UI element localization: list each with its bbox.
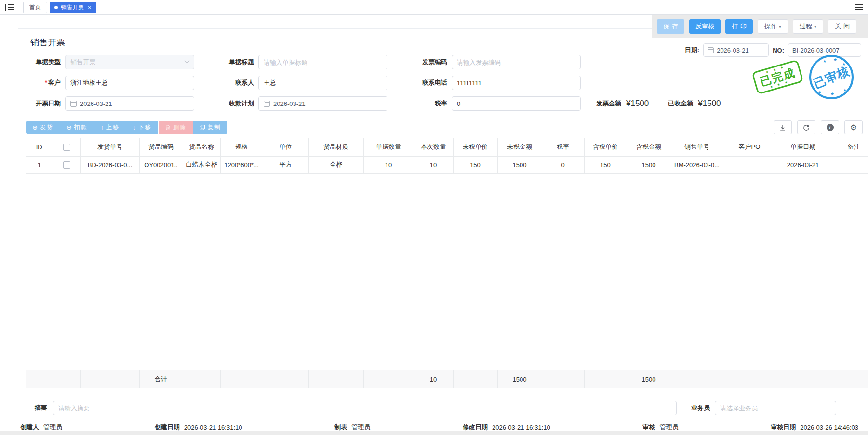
- cell: 0: [542, 156, 584, 173]
- doc-title-input[interactable]: [258, 55, 387, 69]
- summary-row: 摘要 业务员: [20, 401, 836, 415]
- doc-title-label: 单据标题: [209, 58, 254, 66]
- phone-input[interactable]: [452, 76, 581, 90]
- tab-list-menu-icon[interactable]: [855, 4, 863, 11]
- col-header: 客户PO: [723, 138, 776, 156]
- tab-home[interactable]: 首页: [23, 2, 47, 13]
- col-header: 单据日期: [776, 138, 830, 156]
- cell-link[interactable]: OY002001..: [144, 161, 177, 169]
- doc-type-select[interactable]: 销售开票: [65, 55, 194, 69]
- col-header: 货品名称: [183, 138, 220, 156]
- cell: OY002001..: [139, 156, 183, 173]
- invoice-amount-value: ¥1500: [626, 99, 649, 108]
- save-button[interactable]: 保存: [657, 19, 684, 34]
- move-up-button[interactable]: ↑ 上移: [94, 121, 127, 134]
- status-stamps: ★ ★ ★ 已完成 ★ ★ ★ ★ ★ ★ ★ ★ ★ 已审核: [754, 55, 854, 99]
- phone-label: 联系电话: [402, 79, 447, 87]
- cell-link[interactable]: BM-2026-03-0...: [674, 161, 720, 169]
- invoice-date-input[interactable]: [80, 100, 189, 107]
- audit-date-value: 2026-03-26 14:46:03: [800, 424, 858, 431]
- totals-cell: 1500: [627, 370, 671, 388]
- invoice-code-input[interactable]: [452, 55, 581, 69]
- create-date-value: 2026-03-21 16:31:10: [184, 424, 242, 431]
- select-all-checkbox[interactable]: [63, 144, 70, 151]
- tax-rate-input[interactable]: [452, 96, 581, 111]
- stamp-star-icon: ★: [830, 92, 834, 96]
- settings-button[interactable]: ⚙: [844, 120, 863, 134]
- cell: 全桦: [308, 156, 363, 173]
- print-button[interactable]: 打印: [725, 19, 753, 34]
- grid-empty-area: [26, 174, 863, 370]
- payment-plan-input[interactable]: [273, 100, 382, 107]
- invoice-date-field[interactable]: [65, 96, 194, 111]
- create-date-label: 创建日期: [155, 423, 180, 432]
- table-row[interactable]: 1BD-2026-03-0...OY002001..白蜡木全桦1200*600*…: [26, 156, 868, 173]
- cell: 10: [363, 156, 414, 173]
- contact-label: 联系人: [209, 79, 254, 87]
- col-header: 货品编码: [139, 138, 183, 156]
- cell: 150: [584, 156, 627, 173]
- tab-close-icon[interactable]: ×: [88, 4, 92, 11]
- row-checkbox[interactable]: [63, 161, 70, 169]
- refresh-icon: [803, 124, 810, 131]
- auditor-value: 管理员: [660, 423, 679, 432]
- tab-active-label: 销售开票: [61, 3, 84, 12]
- totals-table: 合计1015001500: [26, 370, 868, 388]
- contact-input[interactable]: [258, 76, 387, 90]
- cell: 白蜡木全桦: [183, 156, 220, 173]
- arrow-up-icon: ↑: [101, 124, 104, 131]
- invoice-code-label: 发票编码: [402, 58, 447, 66]
- export-button[interactable]: [774, 120, 792, 134]
- col-header: 本次数量: [414, 138, 453, 156]
- operate-dropdown-button[interactable]: 操作 ▾: [758, 19, 788, 34]
- cell: [53, 156, 80, 173]
- copy-button[interactable]: 复制: [193, 121, 227, 134]
- refresh-button[interactable]: [797, 120, 815, 134]
- ship-button[interactable]: ⊕ 发货: [26, 121, 60, 134]
- grid-toolbar: ⊕ 发货 ⊖ 扣款 ↑ 上移 ↓ 下移 删除: [26, 120, 863, 134]
- totals-cell: [584, 370, 627, 388]
- header-form: 单据类型 销售开票 单据标题 发票编码 *客户 联系人: [18, 55, 868, 111]
- totals-cell: [453, 370, 497, 388]
- customer-input[interactable]: [65, 76, 194, 90]
- payment-plan-field[interactable]: [258, 96, 387, 111]
- info-button[interactable]: i: [821, 120, 839, 134]
- received-amount-value: ¥1500: [698, 99, 721, 108]
- arrow-down-icon: ↓: [133, 124, 136, 131]
- action-bar: 保存 反审核 打印 操作 ▾ 过程 ▾ 关闭: [652, 15, 868, 38]
- doc-type-value: 销售开票: [70, 58, 95, 66]
- totals-cell: [220, 370, 263, 388]
- close-button[interactable]: 关闭: [828, 19, 856, 34]
- stamp-star-icon: ★: [843, 88, 847, 92]
- salesman-label: 业务员: [691, 404, 710, 412]
- tabulator-label: 制表: [334, 423, 347, 432]
- collapse-sidebar-icon[interactable]: [5, 3, 14, 11]
- invoice-amount-label: 发票金额: [596, 99, 621, 108]
- cell: [830, 156, 868, 173]
- move-down-button[interactable]: ↓ 下移: [126, 121, 159, 134]
- totals-cell: [776, 370, 830, 388]
- unaudit-button[interactable]: 反审核: [689, 19, 721, 34]
- doc-date-input[interactable]: [717, 47, 764, 54]
- col-header: 货品材质: [308, 138, 363, 156]
- salesman-input[interactable]: [715, 401, 836, 415]
- totals-cell: [671, 370, 723, 388]
- totals-cell: 合计: [139, 370, 183, 388]
- process-dropdown-button[interactable]: 过程 ▾: [793, 19, 823, 34]
- delete-button[interactable]: 删除: [159, 121, 193, 134]
- doc-no-input[interactable]: [792, 47, 857, 54]
- doc-date-label: 日期:: [685, 46, 699, 54]
- stamp-star-icon: ★: [833, 57, 837, 62]
- tabulator-value: 管理员: [351, 423, 370, 432]
- amount-summary: 发票金额 ¥1500 已收金额 ¥1500: [596, 99, 735, 108]
- summary-input[interactable]: [53, 401, 677, 415]
- deduct-button[interactable]: ⊖ 扣款: [60, 121, 94, 134]
- col-header: 销售单号: [671, 138, 723, 156]
- tab-sales-invoicing[interactable]: 销售开票 ×: [50, 2, 96, 13]
- customer-label: *客户: [18, 79, 61, 87]
- audit-date-label: 审核日期: [771, 423, 796, 432]
- col-header: ID: [26, 138, 53, 156]
- creator-label: 创建人: [20, 423, 39, 432]
- audited-stamp: ★ ★ ★ ★ ★ ★ 已审核: [809, 55, 854, 99]
- invoice-date-label: 开票日期: [18, 99, 61, 108]
